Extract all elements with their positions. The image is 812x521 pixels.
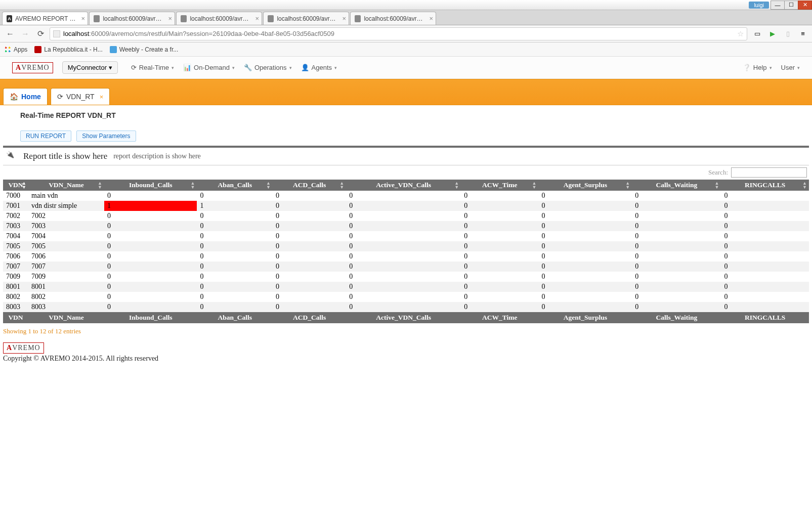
- menu-label: Operations: [254, 64, 287, 71]
- column-label: Aban_Calls: [218, 181, 252, 189]
- menu-ondemand[interactable]: 📊On-Demand▾: [183, 64, 235, 71]
- window-minimize-button[interactable]: —: [771, 1, 785, 10]
- tab-home[interactable]: 🏠Home: [3, 88, 48, 105]
- menu-agents[interactable]: 👤Agents▾: [301, 64, 337, 71]
- cell-surplus: 0: [538, 282, 632, 292]
- cell-vdn: 7001: [3, 201, 28, 211]
- extension-play-icon[interactable]: ▶: [767, 29, 778, 39]
- caret-down-icon: ▾: [109, 64, 112, 71]
- bookmark-item[interactable]: La Repubblica.it - H...: [34, 46, 102, 53]
- column-header[interactable]: VDN_Name▲▼: [28, 180, 104, 191]
- cell-acw: 0: [461, 191, 538, 201]
- cell-aban: 0: [197, 221, 273, 231]
- column-header[interactable]: Inbound_Calls▲▼: [104, 180, 197, 191]
- page-footer: AVREMO Copyright © AVREMO 2014-2015. All…: [0, 339, 812, 366]
- column-header[interactable]: Active_VDN_Calls▲▼: [346, 180, 461, 191]
- apps-label: Apps: [14, 46, 27, 53]
- chrome-menu-icon[interactable]: ≡: [798, 29, 808, 39]
- bookmark-favicon-icon: [34, 46, 41, 53]
- cell-ring: 0: [721, 272, 809, 282]
- column-footer: Calls_Waiting: [632, 312, 721, 323]
- cell-name: 7003: [28, 221, 104, 231]
- cell-aban: 0: [197, 231, 273, 241]
- app-navbar: AVREMO MyConnector ▾ ⟳Real-Time▾ 📊On-Dem…: [0, 57, 812, 79]
- window-close-button[interactable]: ✕: [798, 1, 812, 10]
- tab-title: localhost:60009/avremo/c: [364, 15, 425, 22]
- bookmark-item[interactable]: Weebly - Create a fr...: [110, 46, 179, 53]
- column-label: VDN_Name: [49, 181, 84, 189]
- browser-tab[interactable]: A AVREMO REPORT EXPLOR ×: [2, 12, 88, 25]
- close-icon[interactable]: ×: [168, 15, 172, 22]
- reload-button[interactable]: ⟳: [34, 28, 47, 40]
- cell-acd: 0: [273, 302, 346, 312]
- column-label: Active_VDN_Calls: [376, 181, 431, 189]
- search-input[interactable]: [731, 167, 807, 178]
- close-icon[interactable]: ×: [81, 15, 85, 22]
- column-header[interactable]: VDN▲▼: [3, 180, 28, 191]
- cell-acd: 0: [273, 231, 346, 241]
- windows-user-badge: luigi: [749, 2, 769, 9]
- bookmark-star-icon[interactable]: ☆: [737, 29, 744, 38]
- cell-ring: 0: [721, 191, 809, 201]
- close-icon[interactable]: ×: [255, 15, 259, 22]
- sort-icon: ▲▼: [625, 181, 630, 189]
- close-icon[interactable]: ×: [342, 15, 346, 22]
- column-label: ACD_Calls: [293, 181, 326, 189]
- column-footer: Agent_Surplus: [538, 312, 632, 323]
- browser-tab[interactable]: localhost:60009/avremo/c ×: [89, 12, 175, 25]
- menu-help[interactable]: ❔Help▾: [743, 64, 772, 71]
- browser-tabstrip: A AVREMO REPORT EXPLOR × localhost:60009…: [0, 10, 812, 25]
- window-maximize-button[interactable]: ☐: [784, 1, 798, 10]
- table-row: 7005700500000000: [3, 241, 809, 251]
- tab-title: localhost:60009/avremo/c: [277, 15, 338, 22]
- connector-selector[interactable]: MyConnector ▾: [62, 61, 118, 74]
- cell-acd: 0: [273, 241, 346, 251]
- cell-acw: 0: [461, 262, 538, 272]
- extension-icon[interactable]: ▭: [752, 29, 762, 39]
- column-footer: VDN: [3, 312, 28, 323]
- close-icon[interactable]: ×: [429, 15, 433, 22]
- cell-name: main vdn: [28, 191, 104, 201]
- column-label: Calls_Waiting: [656, 181, 697, 189]
- column-header[interactable]: Agent_Surplus▲▼: [538, 180, 632, 191]
- cell-active: 0: [346, 251, 461, 262]
- menu-operations[interactable]: 🔧Operations▾: [244, 64, 292, 71]
- cell-name: vdn distr simple: [28, 201, 104, 211]
- column-header[interactable]: Calls_Waiting▲▼: [632, 180, 721, 191]
- cell-acd: 0: [273, 201, 346, 211]
- show-parameters-button[interactable]: Show Parameters: [76, 131, 136, 142]
- column-label: Inbound_Calls: [129, 181, 173, 189]
- extension-icon[interactable]: ▯: [783, 29, 793, 39]
- cell-ring: 0: [721, 221, 809, 231]
- cell-acw: 0: [461, 251, 538, 262]
- run-report-button[interactable]: RUN REPORT: [20, 131, 71, 142]
- column-header[interactable]: ACD_Calls▲▼: [273, 180, 346, 191]
- cell-aban: 0: [197, 262, 273, 272]
- sort-icon: ▲▼: [98, 181, 102, 189]
- address-bar[interactable]: localhost:60009/avremo/cms/restful/Main?…: [50, 27, 747, 40]
- tab-vdn-rt[interactable]: ⟳VDN_RT×: [51, 88, 110, 105]
- cell-wait: 0: [632, 211, 721, 221]
- cell-active: 0: [346, 262, 461, 272]
- column-footer: ACD_Calls: [273, 312, 346, 323]
- column-header[interactable]: RINGCALLS▲▼: [721, 180, 809, 191]
- back-button[interactable]: ←: [4, 28, 16, 40]
- apps-button[interactable]: Apps: [4, 46, 27, 53]
- bookmark-label: Weebly - Create a fr...: [119, 46, 179, 53]
- column-footer: RINGCALLS: [721, 312, 809, 323]
- sort-icon: ▲▼: [266, 181, 271, 189]
- cell-vdn: 7004: [3, 231, 28, 241]
- favicon-icon: [355, 15, 361, 22]
- menu-user[interactable]: User▾: [781, 64, 800, 71]
- column-header[interactable]: Aban_Calls▲▼: [197, 180, 273, 191]
- column-header[interactable]: ACW_Time▲▼: [461, 180, 538, 191]
- search-label: Search:: [708, 168, 728, 177]
- caret-down-icon: ▾: [289, 65, 292, 70]
- browser-tab[interactable]: localhost:60009/avremo/c ×: [263, 12, 349, 25]
- report-title-bar: 🔌 Report title is show here report descr…: [3, 146, 809, 165]
- browser-tab[interactable]: localhost:60009/avremo/c ×: [176, 12, 262, 25]
- browser-tab[interactable]: localhost:60009/avremo/c ×: [350, 12, 436, 25]
- close-icon[interactable]: ×: [100, 93, 104, 101]
- menu-realtime[interactable]: ⟳Real-Time▾: [131, 64, 174, 71]
- forward-button[interactable]: →: [19, 28, 31, 40]
